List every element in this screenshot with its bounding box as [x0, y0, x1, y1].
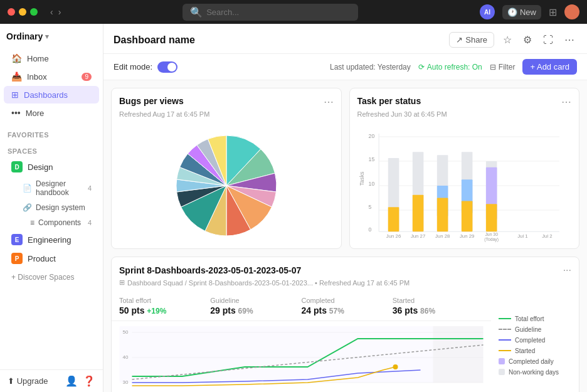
upgrade-icon: ⬆ — [8, 376, 14, 386]
legend-line-total-effort — [499, 318, 511, 319]
design-avatar: D — [11, 161, 23, 172]
sidebar-item-components[interactable]: ≡ Components 4 — [4, 216, 99, 230]
legend-completed: Completed — [499, 337, 571, 344]
link-icon: 🔗 — [23, 203, 32, 212]
maximize-button[interactable] — [30, 8, 38, 16]
user-icon[interactable]: 👤 — [65, 375, 78, 387]
legend-total-effort: Total effort — [499, 315, 571, 322]
share-button[interactable]: ↗ Share — [449, 32, 494, 48]
star-icon[interactable]: ☆ — [500, 31, 514, 48]
svg-rect-13 — [388, 207, 399, 231]
bar-chart-svg: 20 15 10 5 0 Tasks — [357, 128, 572, 243]
task-bar-chart: 20 15 10 5 0 Tasks — [350, 123, 579, 248]
metric-started: Started 36 pts 86% — [393, 297, 484, 315]
svg-text:Jun 28: Jun 28 — [435, 233, 449, 239]
dashboards-icon: ⊞ — [11, 90, 19, 100]
chevron-down-icon: ▾ — [45, 33, 49, 41]
dashboard-icon: ⊞ — [119, 278, 125, 287]
filter-button[interactable]: ⊟ Filter — [490, 63, 516, 72]
svg-text:50: 50 — [123, 329, 129, 335]
titlebar: ‹ › 🔍 AI 🕐 New ⊞ — [0, 0, 587, 24]
discover-spaces[interactable]: + Discover Spaces — [4, 269, 99, 285]
pie-chart-svg — [170, 129, 283, 242]
sprint-content: Total effort 50 pts +19% Guideline 29 pt… — [112, 292, 579, 392]
sidebar-item-engineering[interactable]: E Engineering — [4, 231, 99, 248]
sidebar-item-home[interactable]: 🏠 Home — [4, 50, 99, 67]
sprint-breadcrumb: ⊞ Dashboard Squad / Sprint 8-Dashboards-… — [112, 278, 579, 292]
task-card-header: Task per status ⋯ — [350, 88, 579, 110]
svg-text:10: 10 — [368, 181, 374, 187]
last-updated-label: Last updated: Yesterday — [330, 63, 411, 72]
content-toolbar: Edit mode: Last updated: Yesterday ⟳ Aut… — [103, 54, 587, 80]
bugs-pie-chart — [112, 123, 341, 248]
svg-rect-34 — [433, 326, 484, 383]
inbox-badge: 9 — [82, 73, 92, 81]
workspace-header[interactable]: Ordinary ▾ — [0, 24, 103, 46]
product-avatar: P — [11, 253, 23, 264]
svg-text:5: 5 — [368, 204, 371, 210]
bugs-card-menu[interactable]: ⋯ — [324, 96, 334, 108]
sidebar-item-more[interactable]: ••• More — [4, 104, 99, 122]
svg-text:Jul 1: Jul 1 — [517, 233, 527, 239]
legend-completed-daily: Completed daily — [499, 358, 571, 365]
edit-mode-switch[interactable] — [157, 61, 177, 73]
svg-text:Tasks: Tasks — [358, 171, 364, 186]
more-icon: ••• — [11, 108, 21, 118]
add-card-button[interactable]: + Add card — [522, 59, 577, 75]
minimize-button[interactable] — [19, 8, 26, 16]
task-card-subtitle: Refreshed Jun 30 at 6:45 PM — [350, 110, 579, 123]
edit-mode-toggle: Edit mode: — [114, 61, 177, 73]
list-icon: ≡ — [30, 218, 34, 227]
avatar[interactable] — [564, 4, 579, 19]
svg-rect-33 — [120, 326, 484, 383]
new-button[interactable]: 🕐 New — [502, 5, 541, 19]
page-title: Dashboard name — [114, 34, 195, 46]
legend-dash-guideline — [499, 329, 511, 330]
favorites-section-label: Favorites — [0, 125, 103, 141]
svg-text:0: 0 — [368, 226, 371, 233]
help-icon[interactable]: ❓ — [83, 375, 95, 387]
sprint-card: Sprint 8-Dashboards-2023-05-01-2023-05-0… — [111, 257, 579, 392]
sidebar-bottom: ⬆ Upgrade 👤 ❓ — [0, 369, 103, 392]
sidebar-item-dashboards[interactable]: ⊞ Dashboards — [4, 86, 99, 103]
titlebar-right: AI 🕐 New ⊞ — [480, 4, 579, 19]
upgrade-button[interactable]: ⬆ Upgrade — [8, 376, 48, 386]
cards-grid: Bugs per views ⋯ Refreshed Aug 17 at 6:4… — [103, 80, 587, 257]
forward-icon[interactable]: › — [58, 7, 61, 17]
sidebar-item-design-system[interactable]: 🔗 Design system — [4, 201, 99, 215]
sidebar-item-design[interactable]: D Design — [4, 158, 99, 176]
content: Dashboard name ↗ Share ☆ ⚙ ⛶ ⋯ Edit mode… — [103, 24, 587, 392]
sprint-card-menu[interactable]: ··· — [563, 265, 571, 276]
sidebar-nav: 🏠 Home 📥 Inbox 9 ⊞ Dashboards ••• More — [0, 46, 103, 125]
sprint-chart-svg: 50 40 30 — [119, 326, 484, 392]
sidebar-item-product[interactable]: P Product — [4, 250, 99, 267]
auto-refresh-label[interactable]: ⟳ Auto refresh: On — [418, 63, 482, 72]
content-header: Dashboard name ↗ Share ☆ ⚙ ⛶ ⋯ — [103, 24, 587, 54]
close-button[interactable] — [8, 8, 15, 16]
workspace-name: Ordinary — [6, 31, 43, 41]
svg-text:Jun 30: Jun 30 — [485, 232, 498, 236]
engineering-avatar: E — [11, 234, 23, 245]
svg-text:30: 30 — [123, 379, 129, 385]
sidebar-item-inbox[interactable]: 📥 Inbox 9 — [4, 68, 99, 85]
svg-rect-24 — [485, 204, 497, 231]
sprint-card-title: Sprint 8-Dashboards-2023-05-01-2023-05-0… — [119, 265, 301, 275]
more-options-icon[interactable]: ⋯ — [562, 31, 577, 48]
bugs-card-subtitle: Refreshed Aug 17 at 6:45 PM — [112, 110, 341, 123]
svg-rect-18 — [436, 198, 448, 232]
settings-icon[interactable]: ⚙ — [521, 31, 534, 48]
grid-icon[interactable]: ⊞ — [549, 6, 557, 18]
sprint-legend: Total effort Guideline Completed Started — [491, 292, 579, 392]
task-card-menu[interactable]: ⋯ — [561, 96, 571, 108]
back-icon[interactable]: ‹ — [50, 7, 53, 17]
sidebar-item-designer-handbook[interactable]: 📄 Designer handbook 4 — [4, 177, 99, 199]
search-bar[interactable]: 🔍 — [182, 4, 358, 21]
search-input[interactable] — [206, 8, 351, 17]
svg-text:40: 40 — [123, 354, 129, 360]
svg-point-41 — [393, 364, 398, 369]
ai-badge[interactable]: AI — [480, 4, 495, 19]
bugs-card-title: Bugs per views — [119, 96, 184, 106]
fullscreen-icon[interactable]: ⛶ — [541, 32, 556, 48]
spaces-section-label: Spaces — [0, 141, 103, 157]
inbox-icon: 📥 — [11, 72, 22, 82]
